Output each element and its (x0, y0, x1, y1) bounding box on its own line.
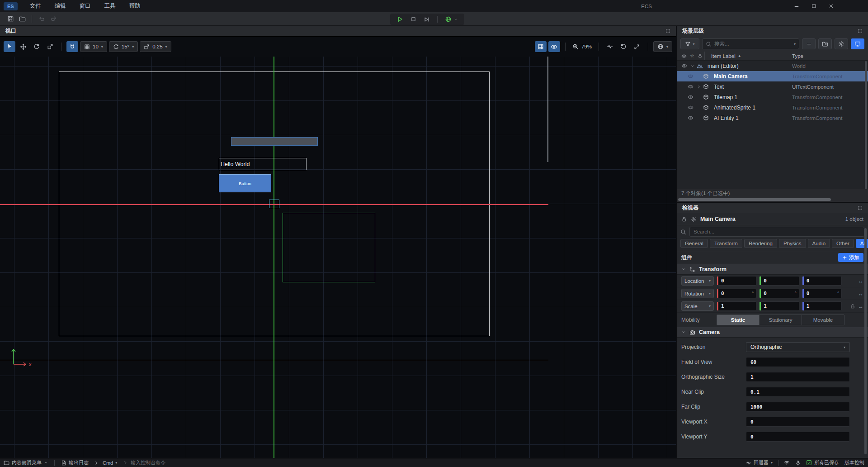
lock-open-icon[interactable] (850, 304, 855, 309)
tab-audio[interactable]: Audio (808, 239, 830, 248)
tree-row-tilemap[interactable]: Tilemap 1 TransformComponent (677, 92, 868, 102)
zoom-control[interactable]: 79% (571, 43, 594, 50)
eye-icon[interactable] (688, 94, 695, 100)
viewport-link-button[interactable] (851, 38, 864, 49)
grid-snap-dropdown[interactable]: 10 ▾ (80, 41, 107, 52)
projection-select[interactable]: Orthographic▾ (746, 342, 850, 352)
column-type[interactable]: Type (792, 53, 868, 59)
far-clip-input[interactable] (746, 402, 850, 412)
filter-button[interactable]: ▾ (680, 38, 699, 49)
play-icon[interactable] (396, 16, 403, 23)
location-y-field[interactable] (759, 276, 799, 286)
orthographic-size-input[interactable] (746, 372, 850, 382)
close-button[interactable] (824, 0, 838, 12)
expand-panel-icon[interactable] (665, 29, 670, 33)
viewport-x-input[interactable] (746, 417, 850, 427)
menu-edit[interactable]: 编辑 (48, 0, 73, 12)
expand-panel-icon[interactable] (858, 205, 863, 210)
chevron-down-icon[interactable] (689, 64, 697, 68)
location-x-field[interactable] (717, 276, 756, 286)
menu-help[interactable]: 帮助 (123, 0, 147, 12)
visibility-eye-button[interactable] (548, 41, 560, 52)
tab-other[interactable]: Other (832, 239, 854, 248)
step-forward-icon[interactable] (424, 16, 430, 23)
cmd-dropdown[interactable]: Cmd ▾ (95, 460, 117, 466)
mobility-stationary[interactable]: Stationary (760, 315, 802, 325)
minimize-button[interactable] (789, 0, 804, 12)
network-status-icon[interactable] (784, 460, 790, 466)
lock-icon[interactable] (698, 53, 703, 58)
scale-snap-dropdown[interactable]: 0.25 ▾ (140, 41, 171, 52)
eye-icon[interactable] (688, 105, 695, 110)
show-grid-button[interactable] (535, 41, 547, 52)
save-icon[interactable] (5, 14, 16, 24)
eye-icon[interactable] (681, 63, 689, 69)
location-z-field[interactable] (802, 276, 842, 286)
field-of-view-input[interactable] (746, 357, 850, 367)
microphone-icon[interactable] (795, 460, 801, 466)
select-tool-button[interactable] (4, 41, 15, 52)
scene-canvas[interactable]: Hello World Button x (0, 57, 676, 458)
tab-transform[interactable]: Transform (710, 239, 742, 248)
camera-section-header[interactable]: Camera (677, 327, 868, 338)
inspector-search-input[interactable] (689, 227, 864, 237)
snap-magnet-button[interactable] (66, 41, 78, 52)
viewport-y-input[interactable] (746, 432, 850, 442)
lock-open-icon[interactable] (681, 216, 687, 222)
hierarchy-search-input[interactable] (714, 41, 791, 47)
eye-icon[interactable] (688, 73, 695, 79)
undo-icon[interactable] (36, 14, 47, 24)
content-drawer-button[interactable]: 内容侧滑菜单 (4, 459, 48, 466)
inspector-vertical-scrollbar[interactable] (864, 228, 867, 454)
mobility-static[interactable]: Static (717, 315, 760, 325)
button-entity[interactable]: Button (219, 174, 271, 192)
stop-icon[interactable] (410, 16, 416, 22)
hierarchy-vertical-scrollbar[interactable] (865, 61, 867, 189)
fullscreen-arrows-button[interactable] (631, 41, 643, 52)
world-options-dropdown[interactable]: ▾ (653, 41, 672, 52)
tree-row-main-camera[interactable]: Main Camera TransformComponent (677, 71, 868, 81)
near-clip-input[interactable] (746, 387, 850, 397)
reset-arrows-icon[interactable]: ↔ (858, 303, 863, 310)
open-folder-icon[interactable] (16, 14, 28, 24)
menu-window[interactable]: 窗口 (73, 0, 98, 12)
network-globe-icon[interactable] (445, 16, 458, 23)
menu-tools[interactable]: 工具 (98, 0, 123, 12)
rotation-x-field[interactable]: ° (717, 289, 756, 298)
tilemap-entity[interactable] (231, 137, 318, 146)
expand-panel-icon[interactable] (858, 29, 863, 33)
settings-gear-button[interactable] (835, 38, 848, 49)
scale-dropdown[interactable]: Scale▾ (681, 301, 714, 311)
add-entity-button[interactable] (802, 38, 816, 49)
tree-row-world[interactable]: main (Editor) World (677, 61, 868, 71)
scale-y-field[interactable] (759, 301, 799, 311)
eye-icon[interactable] (688, 115, 695, 121)
eye-icon[interactable] (688, 84, 695, 90)
console-command-input[interactable]: 输入控制台命令 (123, 459, 165, 466)
reset-view-button[interactable] (618, 41, 629, 52)
hierarchy-horizontal-scrollbar[interactable] (677, 197, 868, 202)
scale-x-field[interactable] (717, 301, 756, 311)
tab-physics[interactable]: Physics (779, 239, 806, 248)
scale-tool-button[interactable] (44, 41, 56, 52)
rewinder-dropdown[interactable]: 回退器 ▾ (746, 459, 773, 466)
rotation-snap-dropdown[interactable]: 15° ▾ (109, 41, 138, 52)
stats-pulse-button[interactable] (604, 41, 616, 52)
sprite-bounds-rect[interactable] (283, 213, 375, 282)
star-icon[interactable]: ☆ (690, 53, 694, 59)
chevron-right-icon[interactable] (695, 85, 703, 89)
version-control-button[interactable]: 版本控制 (844, 459, 864, 466)
tab-rendering[interactable]: Rendering (744, 239, 777, 248)
rotate-tool-button[interactable] (31, 41, 42, 52)
eye-icon[interactable] (681, 53, 687, 59)
rotation-dropdown[interactable]: Rotation▾ (681, 289, 714, 298)
column-item-label[interactable]: Item Label▲ (705, 53, 792, 59)
reset-arrows-icon[interactable]: ↔ (858, 291, 863, 297)
move-tool-button[interactable] (17, 41, 29, 52)
tab-general[interactable]: General (680, 239, 708, 248)
redo-icon[interactable] (47, 14, 59, 24)
maximize-button[interactable] (807, 0, 821, 12)
menu-file[interactable]: 文件 (23, 0, 48, 12)
save-state-button[interactable]: 所有已保存 (806, 459, 839, 466)
scale-z-field[interactable] (802, 301, 842, 311)
